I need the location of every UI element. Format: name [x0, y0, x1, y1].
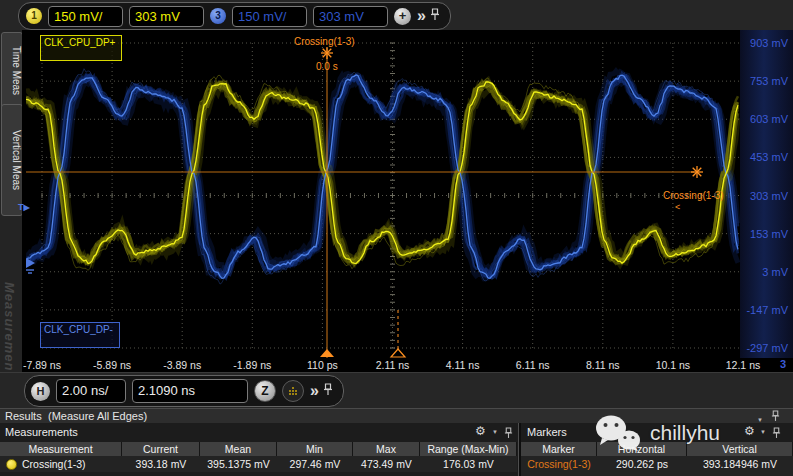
y-axis-label: 903 mV	[750, 37, 788, 49]
measurements-dock-title: Measurements	[2, 282, 17, 372]
channel-3-scale-field[interactable]: 150 mV/	[232, 6, 307, 27]
results-dropdown-icon[interactable]: ▼	[757, 413, 763, 427]
toolbar-expand-chevrons-icon[interactable]: »	[417, 8, 424, 24]
crossing-marker-label-right: Crossing(1-3)	[663, 190, 724, 201]
marker-name: Crossing(1-3)	[521, 472, 597, 476]
results-pin-icon[interactable]	[771, 410, 780, 425]
y-axis-label: -147 mV	[746, 304, 788, 316]
results-title: Results	[5, 409, 42, 423]
measurement-current: 393.18 mV	[122, 456, 200, 472]
channel-3-axis-badge: 3	[780, 358, 786, 370]
marker-arrow-hint: <	[675, 202, 680, 212]
marker-vertical-value: 393.184946 mV	[687, 472, 793, 476]
y-axis-label: 153 mV	[750, 228, 788, 240]
measurement-row[interactable]: Crossing(1-3) 393.18 mV 395.1375 mV 297.…	[0, 456, 517, 472]
channel-1-badge[interactable]: 1	[26, 8, 42, 24]
x-axis-label: 12.1 ns	[726, 359, 760, 371]
timebase-controls-group: H 2.00 ns/ 2.1090 ns Z »	[24, 375, 344, 407]
channel-1-waveform-label[interactable]: CLK_CPU_DP+	[40, 35, 122, 61]
channel-1-bullet-icon	[6, 459, 17, 470]
x-axis-label: -5.89 ns	[93, 359, 131, 371]
marker-horizontal-value: 290.262 ps	[597, 472, 687, 476]
column-header[interactable]: Range (Max-Min)	[420, 442, 517, 456]
marker-time-label: 0.0 s	[316, 61, 338, 72]
markers-gear-icon[interactable]: ⚙	[744, 424, 755, 438]
x-axis-label: 4.11 ns	[446, 359, 480, 371]
column-header[interactable]: Max	[353, 442, 420, 456]
column-header[interactable]: Current	[122, 442, 200, 456]
measurements-header-row: Measurement Current Mean Min Max Range (…	[0, 442, 517, 456]
y-axis-label: 453 mV	[750, 151, 788, 163]
trigger-arrow-icon: ▶	[24, 203, 30, 212]
hbar-pin-icon[interactable]	[323, 382, 333, 400]
column-header[interactable]: Measurement	[0, 442, 122, 456]
wechat-icon	[594, 414, 642, 452]
vertical-settings-toolbar: 1 150 mV/ 303 mV 3 150 mV/ 303 mV + »	[0, 0, 793, 31]
results-subtitle: (Measure All Edges)	[48, 409, 147, 423]
timebase-scale-field[interactable]: 2.00 ns/	[56, 379, 126, 403]
oscilloscope-app: 1 150 mV/ 303 mV 3 150 mV/ 303 mV + » Ti…	[0, 0, 793, 476]
x-axis-label: -7.89 ns	[23, 359, 61, 371]
column-header[interactable]: Marker	[521, 442, 597, 456]
x-axis-label: 6.11 ns	[516, 359, 550, 371]
acquisition-mode-button[interactable]	[282, 380, 304, 402]
y-axis-label: 3 mV	[762, 266, 788, 278]
watermark-text: chillyhu	[650, 421, 720, 445]
waveform-canvas	[22, 30, 740, 358]
channel-3-waveform-label[interactable]: CLK_CPU_DP-	[40, 322, 120, 348]
marker-vertical-value: 393.184946 mV	[687, 456, 793, 472]
zoom-button[interactable]: Z	[254, 380, 276, 402]
markers-table-title: Markers	[527, 426, 567, 438]
clipped-marker-row: Crossing(1-3) 290.262 ps 393.184946 mV	[521, 472, 793, 476]
measurement-mean: 395.1375 mV	[200, 456, 277, 472]
voltage-axis: 903 mV753 mV603 mV453 mV303 mV153 mV3 mV…	[740, 30, 793, 358]
measurement-name: Crossing(1-3)	[22, 456, 86, 472]
x-axis-label: -1.89 ns	[233, 359, 271, 371]
marker-row[interactable]: Crossing(1-3) 290.262 ps 393.184946 mV	[521, 456, 793, 472]
channel-controls-group: 1 150 mV/ 303 mV 3 150 mV/ 303 mV + »	[18, 2, 451, 30]
measurement-range: 176.03 mV	[420, 456, 517, 472]
channel-1-scale-field[interactable]: 150 mV/	[48, 6, 123, 27]
column-header[interactable]: Min	[277, 442, 353, 456]
add-channel-button[interactable]: +	[394, 8, 411, 25]
toolbar-pin-icon[interactable]	[430, 7, 440, 25]
measurement-max: 473.49 mV	[353, 456, 420, 472]
channel-1-offset-field[interactable]: 303 mV	[129, 6, 204, 27]
measurement-name-cell: Crossing(1-3)	[0, 456, 122, 472]
measurements-pin-icon[interactable]	[504, 425, 513, 443]
channel-3-badge[interactable]: 3	[210, 8, 226, 24]
watermark: chillyhu	[594, 414, 720, 452]
dotted-histogram-icon	[287, 385, 299, 397]
x-axis-label: 8.11 ns	[586, 359, 620, 371]
waveform-display[interactable]: CLK_CPU_DP+ CLK_CPU_DP- Crossing(1-3) 0.…	[22, 30, 740, 358]
tab-time-meas[interactable]: Time Meas	[1, 32, 22, 110]
hbar-expand-chevrons-icon[interactable]: »	[310, 383, 317, 399]
y-axis-label: -297 mV	[746, 342, 788, 354]
measurements-dropdown-icon[interactable]: ▼	[492, 429, 498, 435]
horizontal-settings-toolbar: H 2.00 ns/ 2.1090 ns Z »	[0, 372, 793, 409]
marker-name: Crossing(1-3)	[521, 456, 597, 472]
time-axis: 3 -7.89 ns-5.89 ns-3.89 ns-1.89 ns110 ps…	[22, 358, 793, 372]
timebase-position-field[interactable]: 2.1090 ns	[132, 379, 248, 403]
measurements-gear-icon[interactable]: ⚙	[475, 424, 486, 438]
y-axis-label: 303 mV	[750, 190, 788, 202]
x-axis-label: -3.89 ns	[163, 359, 201, 371]
tab-vertical-meas[interactable]: Vertical Meas	[1, 104, 22, 216]
left-dock: Time Meas Vertical Meas Measurements	[0, 30, 22, 372]
horizontal-menu-button[interactable]: H	[31, 382, 50, 401]
x-axis-label: 110 ps	[307, 359, 338, 371]
measurements-table-title: Measurements	[5, 426, 78, 438]
crossing-marker-label-top: Crossing(1-3)	[294, 36, 355, 47]
marker-horizontal-value: 290.262 ps	[597, 456, 687, 472]
x-axis-label: 10.1 ns	[656, 359, 690, 371]
y-axis-label: 603 mV	[750, 113, 788, 125]
measurement-min: 297.46 mV	[277, 456, 353, 472]
markers-dropdown-icon[interactable]: ▼	[760, 429, 766, 435]
channel-3-offset-field[interactable]: 303 mV	[313, 6, 388, 27]
trigger-level-marker[interactable]: T▶	[18, 202, 30, 212]
markers-pin-icon[interactable]	[772, 425, 781, 443]
column-header[interactable]: Mean	[200, 442, 277, 456]
y-axis-label: 753 mV	[750, 75, 788, 87]
x-axis-label: 2.11 ns	[376, 359, 410, 371]
